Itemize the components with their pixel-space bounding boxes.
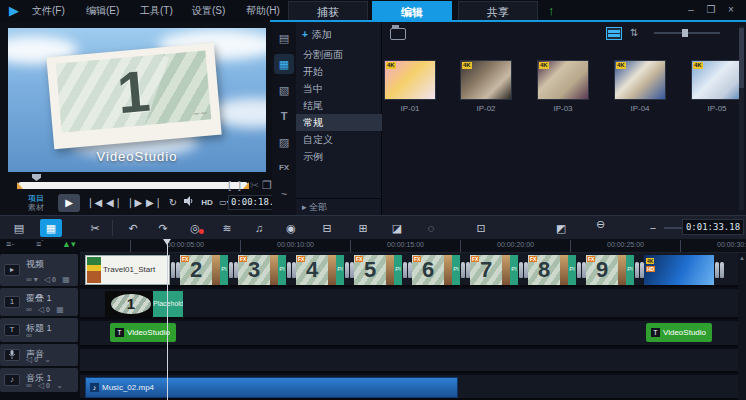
mode-project-toggle[interactable]: 项目: [28, 194, 44, 203]
video-preview[interactable]: 1 ∼∼ VideoStudio: [8, 28, 266, 172]
restore-button[interactable]: ❐: [702, 3, 720, 17]
split-clip-icon[interactable]: ✂: [250, 179, 259, 192]
track-header-music[interactable]: ♪ 音乐 1 ∞ ◁0 ⌄: [0, 368, 78, 392]
record-capture-icon[interactable]: ◎: [184, 219, 206, 237]
undo-icon[interactable]: ↶: [122, 219, 144, 237]
track-manager-icon[interactable]: ≡·: [6, 239, 14, 249]
auto-music-icon[interactable]: ♫: [248, 219, 270, 237]
timeline-view-icon[interactable]: ▦: [40, 219, 62, 237]
minimize-button[interactable]: –: [682, 3, 700, 17]
scroll-up-arrow[interactable]: ▲: [738, 255, 746, 261]
redo-icon[interactable]: ↷: [152, 219, 174, 237]
track-transparency-icon[interactable]: ⊡: [470, 219, 492, 237]
transition-icon[interactable]: [460, 255, 470, 285]
template-thumbnail[interactable]: 4K: [614, 60, 666, 100]
placeholder-label-clip[interactable]: Pl: [278, 255, 286, 285]
template-clip-9[interactable]: FX9: [586, 255, 618, 285]
template-clip-2[interactable]: FX2: [180, 255, 212, 285]
title-track[interactable]: TVideoStudio TVideoStudio: [80, 321, 746, 347]
video-clip-travel01[interactable]: Travel01_Start: [85, 255, 170, 285]
library-filter-all[interactable]: ▸ 全部: [296, 198, 382, 215]
track-controls[interactable]: ∞ ◁0 ⌄: [26, 381, 65, 390]
end-button[interactable]: ▶❘: [146, 194, 162, 212]
template-thumbnail[interactable]: 4K: [384, 60, 436, 100]
track-header-title[interactable]: T 标题 1 ∞: [0, 318, 78, 342]
placeholder-label-clip[interactable]: Pl: [394, 255, 402, 285]
template-clip-5[interactable]: FX5: [354, 255, 386, 285]
menu-help[interactable]: 帮助(H): [246, 4, 280, 18]
title-clip[interactable]: TVideoStudio: [646, 323, 712, 342]
transition-icon[interactable]: [402, 255, 412, 285]
split-screen-template-icon[interactable]: ⊞: [352, 219, 374, 237]
photo-placeholder-clip[interactable]: [618, 255, 626, 285]
menu-settings[interactable]: 设置(S): [192, 4, 225, 18]
timeline-ruler[interactable]: 00:00:05:00 00:00:10:00 00:00:15:00 00:0…: [80, 239, 746, 253]
category-middle[interactable]: 当中: [296, 80, 382, 97]
scrubber-handle[interactable]: [32, 174, 41, 181]
trim-end-marker[interactable]: [243, 182, 249, 189]
tab-share[interactable]: 共享: [458, 1, 538, 21]
timeline-vertical-scrollbar[interactable]: ▲: [738, 253, 746, 400]
hd-playback-button[interactable]: HD: [198, 194, 216, 212]
speech-to-text-icon[interactable]: ◌: [420, 219, 442, 237]
template-clip-4[interactable]: FX4: [296, 255, 328, 285]
next-frame-button[interactable]: ❘▶: [126, 194, 142, 212]
filter-fx-icon[interactable]: FX: [274, 158, 294, 178]
instant-project-icon[interactable]: ▦: [274, 54, 294, 74]
mark-in-icon[interactable]: [: [228, 179, 231, 191]
placeholder-label-clip[interactable]: Pl: [568, 255, 576, 285]
template-thumbnail[interactable]: 4K: [537, 60, 589, 100]
project-duration-timecode[interactable]: 0:01:33.18: [682, 219, 744, 235]
mask-creator-icon[interactable]: ◩: [550, 219, 572, 237]
ripple-edit-icon[interactable]: ▲▾: [62, 239, 75, 249]
menu-tools[interactable]: 工具(T): [140, 4, 173, 18]
motion-path-icon[interactable]: ~: [274, 184, 294, 204]
placeholder-label-clip[interactable]: Pl: [452, 255, 460, 285]
repeat-button[interactable]: ↻: [166, 194, 180, 212]
enlarge-preview-icon[interactable]: ❐: [262, 179, 272, 192]
menu-file[interactable]: 文件(F): [32, 4, 65, 18]
photo-placeholder-clip[interactable]: [270, 255, 278, 285]
track-header-voice[interactable]: 声音 ◁0 ⌄: [0, 344, 78, 366]
placeholder-label-clip[interactable]: Pl: [626, 255, 634, 285]
template-clip-7[interactable]: FX7: [470, 255, 502, 285]
transition-icon[interactable]: [286, 255, 296, 285]
volume-button[interactable]: [182, 194, 196, 212]
transition-icon[interactable]: [170, 255, 180, 285]
track-controls[interactable]: ∞: [26, 331, 34, 340]
home-button[interactable]: ❘◀: [86, 194, 102, 212]
category-split-screen[interactable]: 分割画面: [296, 46, 382, 63]
photo-placeholder-clip[interactable]: [502, 255, 510, 285]
zoom-out-icon[interactable]: ⊖: [596, 218, 605, 231]
preview-scrubber[interactable]: [18, 182, 248, 189]
category-ending[interactable]: 结尾: [296, 97, 382, 114]
tab-capture[interactable]: 捕获: [288, 1, 368, 21]
trim-start-marker[interactable]: [17, 182, 23, 189]
export-arrow-icon[interactable]: ↑: [548, 3, 555, 18]
transition-icon[interactable]: [344, 255, 354, 285]
voice-track[interactable]: [80, 349, 746, 373]
photo-placeholder-clip[interactable]: [328, 255, 336, 285]
track-controls[interactable]: ∞▾ ◁0 ▦: [26, 275, 72, 284]
media-library-icon[interactable]: ▤: [274, 28, 294, 48]
tab-edit[interactable]: 编辑: [372, 1, 452, 21]
photo-placeholder-clip[interactable]: [212, 255, 220, 285]
overlay-clip[interactable]: 1 Placehold: [105, 291, 183, 317]
title-library-icon[interactable]: T: [274, 106, 294, 126]
template-thumbnail[interactable]: 4K: [691, 60, 743, 100]
track-list-icon[interactable]: ≡˙: [36, 239, 44, 249]
template-thumbnail[interactable]: 4K: [460, 60, 512, 100]
slider-knob[interactable]: [682, 29, 688, 37]
library-scrollbar[interactable]: [739, 26, 744, 210]
music-clip[interactable]: ♪Music_02.mp4: [85, 377, 458, 398]
transition-icon[interactable]: [228, 255, 238, 285]
transition-icon[interactable]: [714, 255, 724, 285]
storyboard-view-icon[interactable]: ▤: [8, 219, 30, 237]
overlay-track[interactable]: 1 Placehold: [80, 289, 746, 319]
close-button[interactable]: ×: [722, 3, 740, 17]
category-sample[interactable]: 示例: [296, 148, 382, 165]
trim-tools-icon[interactable]: ✂: [84, 219, 106, 237]
play-button[interactable]: ▶: [58, 194, 80, 212]
track-controls[interactable]: ∞ ◁0 ▦: [26, 305, 66, 314]
track-header-overlay[interactable]: 1 覆叠 1 ∞ ◁0 ▦: [0, 288, 78, 316]
